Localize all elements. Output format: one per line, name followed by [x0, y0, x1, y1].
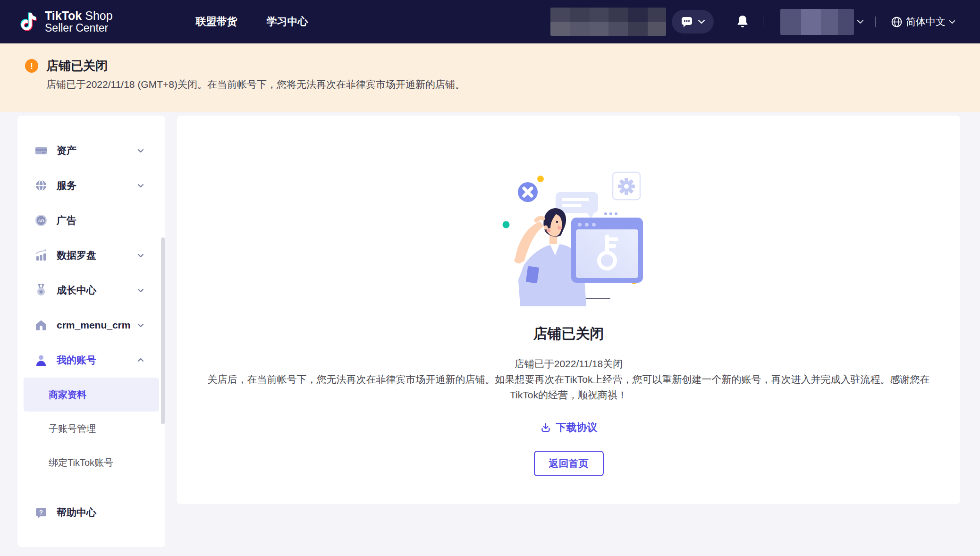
chevron-down-icon [137, 147, 144, 154]
sidebar-item-label: 帮助中心 [57, 506, 96, 519]
sidebar-item-help-center[interactable]: ? 帮助中心 [17, 495, 165, 530]
warning-icon: ! [25, 59, 38, 73]
chevron-down-icon [137, 286, 144, 294]
banner-description: 店铺已于2022/11/18 (GMT+8)关闭。在当前帐号下，您将无法再次在菲… [46, 78, 465, 91]
nav-link-learning-center[interactable]: 学习中心 [267, 15, 308, 29]
subitem-label: 子账号管理 [49, 422, 96, 435]
brand-shop: Shop [85, 9, 112, 22]
chat-bubble-icon [681, 16, 693, 28]
globe-icon [891, 16, 903, 28]
sidebar-item-analytics[interactable]: 数据罗盘 [17, 238, 165, 273]
chevron-down-icon [949, 19, 955, 25]
sidebar-item-label: 广告 [57, 214, 76, 227]
download-label: 下载协议 [556, 421, 598, 435]
chart-icon [34, 249, 48, 262]
language-selector[interactable]: 简体中文 [891, 15, 955, 28]
card-icon [34, 144, 48, 157]
tiktok-note-icon [17, 10, 39, 34]
back-home-button[interactable]: 返回首页 [534, 451, 604, 476]
sidebar-item-growth-center[interactable]: 成长中心 [17, 273, 165, 308]
download-icon [540, 422, 551, 433]
chevron-down-icon [137, 321, 144, 329]
shop-closed-warning-banner: ! 店铺已关闭 店铺已于2022/11/18 (GMT+8)关闭。在当前帐号下，… [0, 43, 980, 112]
medal-icon [34, 284, 48, 297]
sidebar-item-crm[interactable]: crm_menu_crm [17, 308, 165, 343]
sidebar-subitem-subaccount-management[interactable]: 子账号管理 [24, 412, 159, 446]
banner-text: 店铺已关闭 店铺已于2022/11/18 (GMT+8)关闭。在当前帐号下，您将… [46, 58, 465, 112]
chevron-up-icon [137, 356, 144, 364]
subitem-label: 绑定TikTok账号 [49, 456, 113, 469]
ad-icon: AD [34, 214, 48, 227]
main-card: 店铺已关闭 店铺已于2022/11/18关闭 关店后，在当前帐号下，您无法再次在… [177, 116, 960, 504]
sidebar-scrollbar[interactable] [161, 237, 165, 424]
blurred-shop-name [780, 9, 854, 35]
language-label: 简体中文 [906, 15, 946, 28]
main-nav: 联盟带货 学习中心 [196, 15, 308, 29]
sidebar-item-label: 数据罗盘 [57, 249, 96, 262]
sidebar-item-label: crm_menu_crm [57, 320, 130, 331]
subitem-label: 商家资料 [49, 388, 86, 401]
content-area: 资产 服务 AD [0, 112, 980, 547]
chat-messages-button[interactable] [672, 10, 714, 34]
sidebar-item-label: 资产 [57, 144, 76, 157]
globe-icon [34, 179, 48, 192]
sidebar-item-my-account[interactable]: 我的账号 [17, 343, 165, 378]
chevron-down-icon [137, 252, 144, 259]
banner-title: 店铺已关闭 [46, 58, 465, 74]
closure-description: 店铺已于2022/11/18关闭 关店后，在当前帐号下，您无法再次在菲律宾市场开… [198, 356, 939, 403]
gear-icon [613, 172, 640, 200]
help-icon: ? [34, 506, 48, 519]
closure-date-line: 店铺已于2022/11/18关闭 [515, 358, 623, 369]
nav-link-affiliate[interactable]: 联盟带货 [196, 15, 237, 29]
chevron-down-icon [698, 19, 705, 25]
notifications-bell-icon[interactable] [736, 15, 749, 29]
sidebar-item-label: 成长中心 [57, 284, 96, 297]
user-icon [34, 354, 48, 367]
sidebar-subitem-merchant-profile[interactable]: 商家资料 [24, 378, 159, 412]
shop-chevron-down-icon[interactable] [857, 19, 864, 25]
sidebar: 资产 服务 AD [17, 116, 165, 547]
sidebar-item-label: 服务 [57, 179, 76, 192]
chevron-down-icon [137, 182, 144, 189]
shop-closed-illustration [491, 165, 647, 306]
closure-detail-line: 关店后，在当前帐号下，您无法再次在菲律宾市场开通新的店铺。如果想要再次在TikT… [208, 374, 930, 400]
brand-seller-center: Seller Center [45, 22, 113, 34]
navbar-divider [875, 17, 876, 27]
navbar-right-cluster: 简体中文 [550, 8, 955, 36]
brand-text: TikTok Shop Seller Center [45, 9, 113, 34]
home-icon [34, 319, 48, 332]
sidebar-subitem-link-tiktok-account[interactable]: 绑定TikTok账号 [24, 446, 159, 480]
navbar-divider [763, 17, 763, 27]
key-window [571, 218, 643, 283]
top-navbar: TikTok Shop Seller Center 联盟带货 学习中心 [0, 0, 980, 43]
tiktok-shop-logo[interactable]: TikTok Shop Seller Center [17, 9, 113, 34]
sidebar-item-ads[interactable]: AD 广告 [17, 203, 165, 238]
svg-text:AD: AD [38, 219, 44, 223]
blurred-user-info [550, 8, 666, 36]
brand-tiktok: TikTok [45, 9, 82, 22]
sidebar-item-services[interactable]: 服务 [17, 168, 165, 203]
page-title: 店铺已关闭 [533, 324, 604, 344]
x-circle-icon [518, 182, 538, 202]
sidebar-item-assets[interactable]: 资产 [17, 133, 165, 168]
svg-text:?: ? [39, 509, 43, 516]
download-agreement-link[interactable]: 下载协议 [540, 421, 598, 435]
sidebar-item-label: 我的账号 [57, 354, 96, 367]
